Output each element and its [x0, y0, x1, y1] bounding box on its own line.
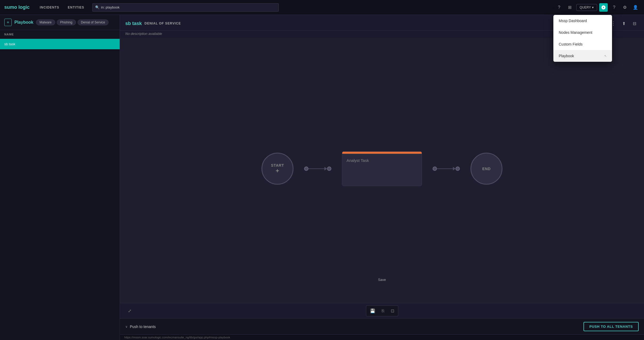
search-input[interactable] [101, 5, 276, 9]
task-node[interactable]: Analyst Task [342, 151, 422, 186]
grid-icon-btn[interactable]: ⊞ [566, 3, 574, 12]
chevron-down-icon: ▾ [592, 6, 594, 9]
push-bar-label: Push to tenants [130, 325, 156, 329]
sidebar-title: Playbook [14, 20, 33, 25]
conn-dot-task-left [327, 167, 331, 171]
nav-right: ? ⊞ QUERY ▾ ? ⚙ 👤 [555, 3, 640, 12]
save-label: Save [378, 278, 386, 282]
top-nav: sumo logic INCIDENTS ENTITIES 🔍 ? ⊞ QUER… [0, 0, 644, 15]
status-url: https://mssm.soar.sumologic.com/incmansu… [124, 336, 230, 339]
dropdown-item-nodes-management[interactable]: Nodes Management [553, 27, 612, 38]
tag-phishing[interactable]: Phishing [57, 19, 76, 25]
push-all-tenants-button[interactable]: PUSH TO ALL TENANTS [583, 322, 639, 331]
task-tag: DENIAL OF SERVICE [144, 22, 181, 25]
dropdown-item-playbook[interactable]: Playbook ↖ [553, 50, 612, 62]
conn-arrow-1 [324, 167, 327, 171]
conn-line-1 [308, 169, 324, 169]
start-plus-icon: + [276, 167, 279, 174]
start-node[interactable]: START + [261, 153, 293, 185]
share-icon-btn[interactable]: ⬆ [619, 19, 628, 28]
dropdown-item-mssp-dashboard[interactable]: Mssp Dashboard [553, 15, 612, 27]
search-bar: 🔍 [92, 3, 279, 12]
chevron-icon: ∨ [125, 325, 128, 329]
end-node[interactable]: END [470, 153, 502, 185]
copy-node-btn[interactable]: ⎘ [379, 307, 387, 315]
right-content: sb task DENIAL OF SERVICE ✏ Draft ⋮ ⬆ ⊟ … [120, 15, 644, 340]
conn-dot-end [456, 167, 460, 171]
task-node-body: Analyst Task [342, 154, 422, 167]
save-node-btn[interactable]: 💾 [367, 307, 378, 315]
expand-icon-btn[interactable]: ⤢ [125, 307, 134, 315]
tag-buttons: Malware Phishing Denial of Service [36, 19, 108, 25]
sidebar-header: + Playbook Malware Phishing Denial of Se… [0, 15, 120, 30]
cursor-indicator: ↖ [604, 54, 607, 58]
conn-line-2 [437, 169, 453, 169]
search-icon: 🔍 [95, 5, 99, 9]
start-label: START [271, 163, 284, 167]
list-item-sb-task[interactable]: sb task [0, 39, 120, 49]
tag-denial-of-service[interactable]: Denial of Service [78, 19, 109, 25]
toolbar-left: ⤢ [125, 307, 134, 315]
conn-dot-start [304, 167, 308, 171]
connector-task-end [433, 167, 460, 171]
left-sidebar: + Playbook Malware Phishing Denial of Se… [0, 15, 120, 340]
conn-arrow-2 [453, 167, 456, 171]
task-name: sb task [125, 21, 142, 26]
task-node-header [342, 152, 422, 154]
plus-icon: + [7, 20, 9, 25]
incidents-nav[interactable]: INCIDENTS [37, 4, 62, 11]
conn-dot-task-right [433, 167, 437, 171]
question-icon-btn[interactable]: ? [555, 3, 564, 12]
content-header-left: sb task DENIAL OF SERVICE [125, 21, 181, 26]
playbook-icon-btn[interactable] [599, 3, 608, 12]
user-icon-btn[interactable]: 👤 [631, 3, 640, 12]
query-button[interactable]: QUERY ▾ [576, 4, 597, 11]
main-layout: + Playbook Malware Phishing Denial of Se… [0, 15, 644, 340]
entities-nav[interactable]: ENTITIES [65, 4, 87, 11]
end-label: END [482, 167, 491, 171]
status-bar: https://mssm.soar.sumologic.com/incmansu… [120, 334, 644, 340]
column-header-name: NAME [0, 30, 120, 39]
gear-icon-btn[interactable]: ⚙ [621, 3, 629, 12]
canvas-toolbar: ⤢ 💾 ⎘ ⊡ [120, 303, 644, 318]
canvas-area[interactable]: START + Analyst Task [120, 38, 644, 303]
push-bar: ∨ Push to tenants PUSH TO ALL TENANTS [120, 318, 644, 334]
app-logo: sumo logic [4, 5, 30, 10]
push-bar-left[interactable]: ∨ Push to tenants [125, 325, 156, 329]
flow-container: START + Analyst Task [261, 151, 502, 186]
add-playbook-button[interactable]: + [4, 19, 12, 26]
toolbar-center: 💾 ⎘ ⊡ [366, 305, 398, 316]
connector-start-task [304, 167, 331, 171]
settings-icon-btn[interactable]: ⊟ [630, 19, 639, 28]
dropdown-menu: Mssp Dashboard Nodes Management Custom F… [553, 15, 612, 62]
help-icon-btn[interactable]: ? [610, 3, 618, 12]
dropdown-item-custom-fields[interactable]: Custom Fields [553, 38, 612, 50]
list-item-label: sb task [4, 42, 15, 46]
fit-btn[interactable]: ⊡ [388, 307, 397, 315]
tag-malware[interactable]: Malware [36, 19, 55, 25]
